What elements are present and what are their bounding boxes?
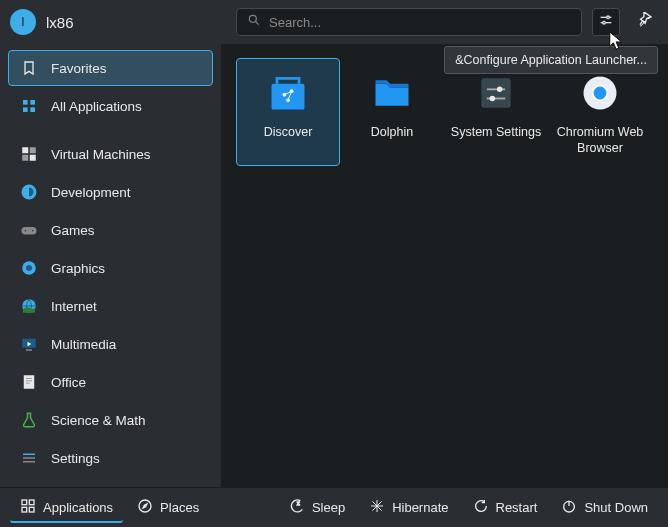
chromium-icon	[576, 69, 624, 117]
sidebar-item-favorites[interactable]: Favorites	[8, 50, 213, 86]
app-tile-system-settings[interactable]: System Settings	[444, 58, 548, 166]
footer-label: Applications	[43, 500, 113, 515]
sidebar-item-label: Favorites	[51, 61, 107, 76]
sidebar-item-label: Science & Math	[51, 413, 146, 428]
footer-restart[interactable]: Restart	[463, 492, 548, 523]
discover-icon	[264, 69, 312, 117]
power-icon	[561, 498, 577, 517]
footer-shutdown[interactable]: Shut Down	[551, 492, 658, 523]
sidebar-item-label: All Applications	[51, 99, 142, 114]
pin-icon	[636, 12, 652, 32]
sidebar-item-all-apps[interactable]: All Applications	[8, 88, 213, 124]
office-icon	[19, 372, 39, 392]
sidebar-item-development[interactable]: Development	[8, 174, 213, 210]
sidebar-item-system[interactable]: System	[8, 478, 213, 487]
svg-rect-31	[23, 461, 35, 463]
sidebar-item-label: Internet	[51, 299, 97, 314]
footer-sleep[interactable]: z Sleep	[279, 492, 355, 523]
sidebar-item-label: Multimedia	[51, 337, 116, 352]
svg-rect-50	[29, 500, 34, 505]
footer-label: Places	[160, 500, 199, 515]
sidebar-item-label: Development	[51, 185, 131, 200]
dev-icon	[19, 182, 39, 202]
avatar[interactable]: I	[10, 9, 36, 35]
svg-rect-52	[29, 507, 34, 512]
app-label: Discover	[260, 125, 317, 141]
sidebar-item-label: Office	[51, 375, 86, 390]
sidebar-item-label: Graphics	[51, 261, 105, 276]
restart-icon	[473, 498, 489, 517]
svg-rect-51	[22, 507, 27, 512]
sidebar-item-office[interactable]: Office	[8, 364, 213, 400]
svg-point-16	[25, 230, 27, 232]
sidebar: Favorites All Applications Virtual Machi…	[0, 44, 222, 487]
sidebar-item-label: Settings	[51, 451, 100, 466]
footer-label: Hibernate	[392, 500, 448, 515]
system-settings-icon	[472, 69, 520, 117]
apps-grid-icon	[20, 498, 36, 517]
footer-tab-places[interactable]: Places	[127, 492, 209, 523]
app-tile-chromium[interactable]: Chromium Web Browser	[548, 58, 652, 166]
internet-icon	[19, 296, 39, 316]
svg-point-0	[249, 15, 256, 22]
svg-rect-13	[30, 155, 36, 161]
svg-point-17	[32, 230, 34, 232]
footer-label: Restart	[496, 500, 538, 515]
svg-rect-29	[23, 454, 35, 456]
svg-point-19	[26, 265, 32, 271]
svg-rect-9	[30, 107, 35, 112]
footer-tab-applications[interactable]: Applications	[10, 492, 123, 523]
header: I lx86 &Configure Application Launcher..…	[0, 0, 668, 44]
folder-icon	[368, 69, 416, 117]
svg-rect-6	[23, 100, 28, 105]
svg-point-3	[607, 16, 610, 19]
app-label: Dolphin	[367, 125, 417, 141]
svg-point-45	[490, 96, 496, 102]
svg-rect-7	[30, 100, 35, 105]
search-icon	[247, 13, 261, 31]
footer-hibernate[interactable]: Hibernate	[359, 492, 458, 523]
sidebar-item-settings[interactable]: Settings	[8, 440, 213, 476]
sidebar-item-label: Games	[51, 223, 95, 238]
science-icon	[19, 410, 39, 430]
app-label: Chromium Web Browser	[549, 125, 651, 156]
search-input[interactable]	[269, 15, 571, 30]
username: lx86	[46, 14, 74, 31]
hibernate-icon	[369, 498, 385, 517]
svg-point-5	[603, 21, 606, 24]
svg-rect-25	[26, 378, 32, 379]
sliders-icon	[598, 12, 614, 32]
svg-rect-8	[23, 107, 28, 112]
sidebar-item-graphics[interactable]: Graphics	[8, 250, 213, 286]
pin-button[interactable]	[630, 8, 658, 36]
sidebar-item-games[interactable]: Games	[8, 212, 213, 248]
svg-rect-11	[30, 147, 36, 153]
grid-icon	[19, 96, 39, 116]
app-tile-discover[interactable]: Discover	[236, 58, 340, 166]
compass-icon	[137, 498, 153, 517]
svg-marker-54	[143, 504, 147, 508]
graphics-icon	[19, 258, 39, 278]
sidebar-item-multimedia[interactable]: Multimedia	[8, 326, 213, 362]
sidebar-item-virtual-machines[interactable]: Virtual Machines	[8, 136, 213, 172]
svg-rect-41	[481, 78, 510, 107]
sidebar-item-label: Virtual Machines	[51, 147, 151, 162]
multimedia-icon	[19, 334, 39, 354]
sidebar-item-science[interactable]: Science & Math	[8, 402, 213, 438]
content-grid: Discover Dolphin System Settings Chromiu…	[222, 44, 668, 487]
svg-rect-23	[26, 349, 32, 351]
svg-rect-30	[23, 457, 35, 459]
search-field[interactable]	[236, 8, 582, 36]
svg-rect-26	[26, 381, 32, 382]
configure-button[interactable]	[592, 8, 620, 36]
svg-rect-12	[22, 155, 28, 161]
sidebar-item-internet[interactable]: Internet	[8, 288, 213, 324]
footer-label: Sleep	[312, 500, 345, 515]
svg-point-37	[290, 89, 294, 93]
app-label: System Settings	[447, 125, 545, 141]
svg-text:z: z	[297, 500, 300, 506]
bookmark-icon	[19, 58, 39, 78]
svg-rect-27	[26, 383, 30, 384]
footer-label: Shut Down	[584, 500, 648, 515]
app-tile-dolphin[interactable]: Dolphin	[340, 58, 444, 166]
